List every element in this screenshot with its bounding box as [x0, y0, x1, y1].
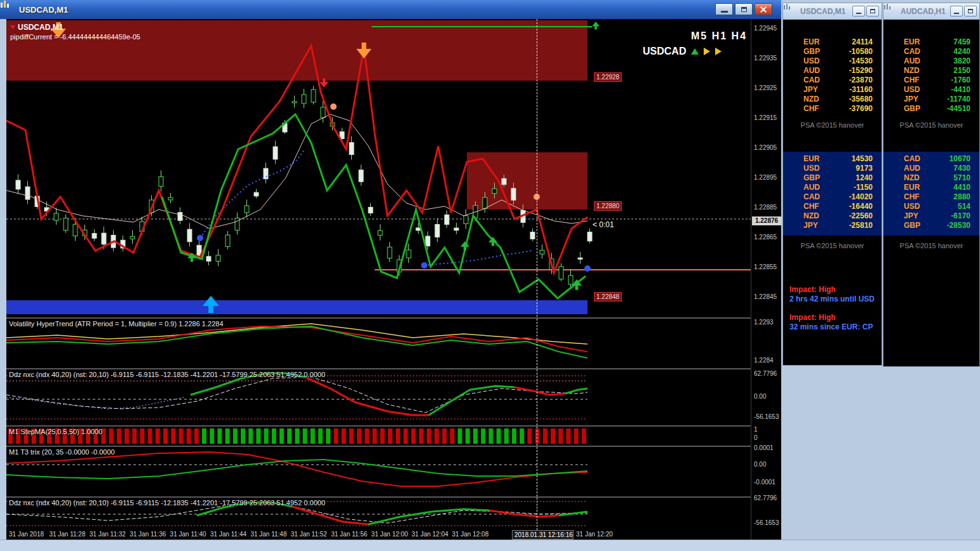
chart-icon: [887, 7, 897, 16]
trix-pane[interactable]: M1 T3 trix (20, 35 -0.0000 -0.0000: [6, 447, 751, 496]
panel-audcad-titlebar[interactable]: AUDCAD,H1: [883, 3, 979, 20]
currency-label: NZD: [803, 211, 819, 221]
time-label: 31 Jan 12:00: [372, 531, 408, 538]
strength-row: NZD5710: [883, 173, 979, 183]
close-icon: [760, 6, 767, 13]
panel-usdcad-title: USDCAD,M1: [800, 7, 845, 16]
price-level-label: 1.22928: [594, 72, 622, 82]
minimize-icon: [856, 13, 861, 14]
time-label: 31 Jan 11:32: [90, 531, 126, 538]
close-button[interactable]: [755, 3, 772, 15]
strength-row: AUD7430: [883, 164, 979, 173]
time-axis[interactable]: 2018.01.31 12:16:16 31 Jan 12:20 31 Jan …: [6, 530, 751, 540]
panel-usdcad-titlebar[interactable]: USDCAD,M1: [783, 3, 882, 20]
crosshair-vertical-line: [537, 427, 537, 446]
price-level-label: 1.22848: [594, 292, 622, 302]
window-titlebar[interactable]: USDCAD,M1: [0, 0, 781, 19]
currency-label: USD: [803, 164, 819, 173]
panel-minimize-button[interactable]: [950, 6, 963, 17]
chart-window: USDCAD,M1 pipdiffCurrent = -6.4444444444…: [6, 19, 781, 540]
currency-label: CAD: [803, 76, 820, 85]
strength-value: -28530: [947, 221, 970, 230]
minimize-button[interactable]: [715, 3, 733, 15]
strength-row: USD-14530: [783, 56, 882, 66]
ddz-bottom-pane[interactable]: Ddz nxc (ndx 40,20) (nst: 20,10) -6.9115…: [6, 498, 751, 530]
stepma-pane[interactable]: M1 StepMA(25,0.5,50) 1.0000: [6, 427, 751, 446]
window-title: USDCAD,M1: [19, 5, 68, 15]
strength-row: CHF-37690: [783, 104, 882, 114]
psa-copyright: PSA ©2015 hanover: [883, 121, 979, 129]
strength-row: CAD-23870: [783, 76, 882, 85]
strength-row: USD9173: [783, 164, 882, 173]
pipdiff-label: pipdiffCurrent = -6.444444444464459e-05: [10, 33, 140, 41]
strength-value: -14530: [849, 56, 873, 66]
right-arrow-yellow-icon: [715, 48, 722, 55]
strength-value: -15290: [849, 66, 873, 76]
strength-row: EUR24114: [783, 37, 882, 47]
current-price-marker: 1.22876: [752, 216, 781, 225]
strength-value: -4410: [951, 85, 970, 95]
strength-row: EUR7459: [883, 37, 979, 47]
minimize-icon: [721, 11, 728, 13]
currency-label: NZD: [904, 66, 920, 76]
strength-row: CHF-16440: [783, 202, 882, 211]
strength-value: 24114: [852, 37, 873, 47]
indicator-tick: -56.1653: [754, 519, 779, 526]
time-label: 31 Jan 11:36: [130, 531, 166, 538]
panel-minimize-button[interactable]: [852, 6, 865, 17]
strength-value: 7459: [953, 37, 970, 47]
main-price-pane[interactable]: USDCAD,M1 pipdiffCurrent = -6.4444444444…: [6, 19, 751, 317]
dropdown-triangle-icon: [10, 25, 15, 29]
chart-canvas[interactable]: USDCAD,M1 pipdiffCurrent = -6.4444444444…: [6, 19, 751, 540]
timeframe-buttons[interactable]: M5 H1 H4: [691, 30, 747, 42]
currency-label: USD: [904, 85, 920, 95]
time-label: 31 Jan 11:56: [331, 531, 367, 538]
price-tick: 1.22895: [754, 174, 777, 181]
strength-value: -10580: [849, 47, 873, 56]
hypertrend-label: Volatility HyperTrend (ATR Period = 1, M…: [9, 320, 224, 328]
indicator-tick: 0.0001: [754, 444, 774, 451]
hypertrend-pane[interactable]: Volatility HyperTrend (ATR Period = 1, M…: [6, 319, 751, 368]
strength-row: NZD-35680: [783, 95, 882, 104]
price-scale[interactable]: 1.22876 1.229451.229351.229251.229151.22…: [751, 19, 781, 540]
price-tick: 1.22865: [754, 234, 777, 241]
panel-maximize-button[interactable]: [964, 6, 977, 17]
price-tick: 1.22885: [754, 204, 777, 211]
ddz-top-pane[interactable]: Ddz nxc (ndx 40,20) (nst: 20,10) -6.9115…: [6, 369, 751, 425]
indicator-tick: 0.00: [754, 461, 766, 468]
symbol-signal-row: USDCAD: [643, 46, 722, 57]
strength-row: AUD-15290: [783, 66, 882, 76]
crosshair-time-label: 2018.01.31 12:16:16: [512, 530, 574, 540]
news-detail-1: 2 hrs 42 mins until USD: [789, 295, 875, 303]
currency-label: GBP: [803, 173, 820, 183]
strength-value: 7430: [953, 164, 970, 173]
currency-label: EUR: [904, 37, 920, 47]
price-tick: 1.22915: [754, 114, 777, 121]
psa-copyright: PSA ©2015 hanover: [883, 242, 979, 249]
indicator-tick: 1.2284: [754, 357, 774, 364]
currency-label: USD: [904, 202, 920, 211]
strength-row: CAD-14020: [783, 192, 882, 202]
currency-label: EUR: [803, 154, 819, 164]
strength-value: 14530: [852, 154, 873, 164]
news-detail-2: 32 mins since EUR: CP: [789, 322, 873, 331]
strength-value: -35680: [849, 95, 873, 104]
crosshair-vertical-line: [537, 369, 537, 425]
indicator-tick: 1.2293: [754, 319, 774, 326]
restore-button[interactable]: [735, 3, 753, 15]
minimize-icon: [954, 13, 959, 14]
strength-value: 514: [958, 202, 970, 211]
ddz-bottom-label: Ddz nxc (ndx 40,20) (nst: 20,10) -6.9115…: [9, 499, 325, 507]
strength-row: JPY-6170: [883, 211, 979, 221]
strength-value: -16440: [849, 202, 873, 211]
desktop: USDCAD,M1 USDCAD,M1: [0, 0, 980, 551]
strength-row: USD-4410: [883, 85, 979, 95]
strength-row: JPY-25810: [783, 221, 882, 230]
chart-symbol-label: USDCAD,M1: [10, 23, 63, 32]
crosshair-vertical-line: [537, 447, 537, 496]
currency-label: CAD: [904, 47, 920, 56]
currency-label: CAD: [803, 192, 820, 202]
panel-maximize-button[interactable]: [866, 6, 879, 17]
strength-value: -25810: [849, 221, 873, 230]
psa-copyright: PSA ©2015 hanover: [783, 242, 882, 249]
